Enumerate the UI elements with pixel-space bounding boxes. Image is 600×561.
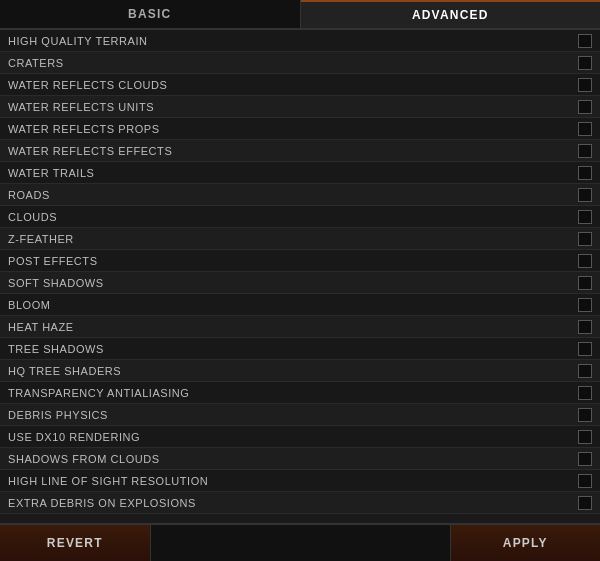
setting-checkbox[interactable] [578, 166, 592, 180]
setting-checkbox[interactable] [578, 298, 592, 312]
setting-checkbox[interactable] [578, 408, 592, 422]
setting-label: HEAT HAZE [8, 321, 570, 333]
table-row: BLOOM [0, 294, 600, 316]
setting-label: WATER REFLECTS UNITS [8, 101, 570, 113]
table-row: SHADOWS FROM CLOUDS [0, 448, 600, 470]
table-row: HIGH LINE OF SIGHT RESOLUTION [0, 470, 600, 492]
setting-label: Z-FEATHER [8, 233, 570, 245]
settings-list: HIGH QUALITY TERRAINCRATERSWATER REFLECT… [0, 30, 600, 523]
setting-checkbox[interactable] [578, 122, 592, 136]
setting-label: ROADS [8, 189, 570, 201]
table-row: WATER REFLECTS PROPS [0, 118, 600, 140]
setting-label: CLOUDS [8, 211, 570, 223]
setting-label: EXTRA DEBRIS ON EXPLOSIONS [8, 497, 570, 509]
bottom-bar: REVERT APPLY [0, 523, 600, 561]
table-row: WATER TRAILS [0, 162, 600, 184]
setting-checkbox[interactable] [578, 144, 592, 158]
table-row: SOFT SHADOWS [0, 272, 600, 294]
table-row: POST EFFECTS [0, 250, 600, 272]
setting-label: WATER REFLECTS EFFECTS [8, 145, 570, 157]
setting-checkbox[interactable] [578, 474, 592, 488]
setting-label: SHADOWS FROM CLOUDS [8, 453, 570, 465]
setting-label: DEBRIS PHYSICS [8, 409, 570, 421]
setting-label: WATER TRAILS [8, 167, 570, 179]
tab-advanced[interactable]: ADVANCED [301, 0, 601, 28]
setting-checkbox[interactable] [578, 452, 592, 466]
apply-button[interactable]: APPLY [451, 525, 601, 561]
table-row: HQ TREE SHADERS [0, 360, 600, 382]
revert-button[interactable]: REVERT [0, 525, 151, 561]
setting-label: BLOOM [8, 299, 570, 311]
setting-checkbox[interactable] [578, 188, 592, 202]
setting-label: WATER REFLECTS PROPS [8, 123, 570, 135]
table-row: CLOUDS [0, 206, 600, 228]
table-row: WATER REFLECTS UNITS [0, 96, 600, 118]
setting-label: HIGH QUALITY TERRAIN [8, 35, 570, 47]
setting-checkbox[interactable] [578, 232, 592, 246]
setting-label: TREE SHADOWS [8, 343, 570, 355]
setting-checkbox[interactable] [578, 34, 592, 48]
setting-label: HIGH LINE OF SIGHT RESOLUTION [8, 475, 570, 487]
table-row: WATER REFLECTS EFFECTS [0, 140, 600, 162]
setting-checkbox[interactable] [578, 56, 592, 70]
table-row: ROADS [0, 184, 600, 206]
setting-checkbox[interactable] [578, 320, 592, 334]
table-row: Z-FEATHER [0, 228, 600, 250]
setting-checkbox[interactable] [578, 100, 592, 114]
setting-checkbox[interactable] [578, 254, 592, 268]
table-row: HEAT HAZE [0, 316, 600, 338]
setting-checkbox[interactable] [578, 210, 592, 224]
table-row: TRANSPARENCY ANTIALIASING [0, 382, 600, 404]
table-row: CRATERS [0, 52, 600, 74]
setting-label: HQ TREE SHADERS [8, 365, 570, 377]
tab-bar: BASICADVANCED [0, 0, 600, 30]
setting-checkbox[interactable] [578, 496, 592, 510]
setting-checkbox[interactable] [578, 78, 592, 92]
tab-basic[interactable]: BASIC [0, 0, 301, 28]
setting-checkbox[interactable] [578, 276, 592, 290]
setting-checkbox[interactable] [578, 342, 592, 356]
setting-label: TRANSPARENCY ANTIALIASING [8, 387, 570, 399]
table-row: WATER REFLECTS CLOUDS [0, 74, 600, 96]
setting-label: CRATERS [8, 57, 570, 69]
setting-label: USE DX10 RENDERING [8, 431, 570, 443]
setting-checkbox[interactable] [578, 364, 592, 378]
setting-checkbox[interactable] [578, 430, 592, 444]
table-row: EXTRA DEBRIS ON EXPLOSIONS [0, 492, 600, 514]
table-row: TREE SHADOWS [0, 338, 600, 360]
setting-checkbox[interactable] [578, 386, 592, 400]
table-row: USE DX10 RENDERING [0, 426, 600, 448]
setting-label: WATER REFLECTS CLOUDS [8, 79, 570, 91]
setting-label: SOFT SHADOWS [8, 277, 570, 289]
setting-label: POST EFFECTS [8, 255, 570, 267]
table-row: HIGH QUALITY TERRAIN [0, 30, 600, 52]
table-row: DEBRIS PHYSICS [0, 404, 600, 426]
bottom-spacer [151, 525, 451, 561]
